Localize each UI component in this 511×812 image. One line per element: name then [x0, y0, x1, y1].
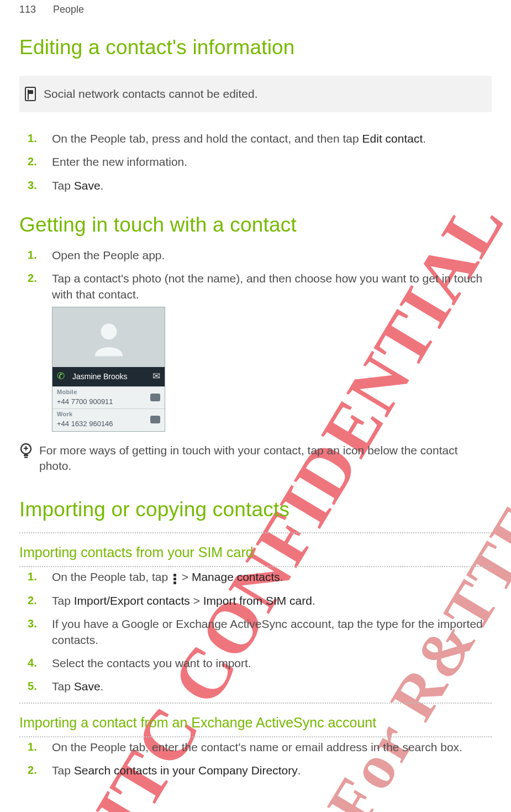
note-box: Social network contacts cannot be edited… [19, 76, 492, 112]
work-label: Work [57, 410, 113, 418]
page-content: 113 People Editing a contact's informati… [0, 0, 511, 805]
page-number: 113 [19, 4, 36, 15]
contact-photo-placeholder [52, 307, 165, 367]
divider [19, 736, 492, 737]
step-item: Tap Save. [50, 679, 491, 694]
step-text: . [101, 680, 104, 693]
flag-icon [25, 87, 36, 101]
step-text: Tap [52, 179, 74, 192]
step-text: Open the People app. [52, 249, 165, 261]
ui-label-edit-contact: Edit contact [362, 132, 423, 145]
step-item: Select the contacts you want to import. [50, 656, 491, 671]
ui-label-manage-contacts: Manage contacts [192, 570, 280, 583]
contact-mobile-row: Mobile +44 7700 900911 [52, 386, 165, 408]
step-item: On the People tab, tap > Manage contacts… [50, 569, 491, 585]
message-icon: ✉ [152, 370, 160, 383]
contact-name-band: ✆ Jasmine Brooks ✉ [52, 367, 165, 386]
step-item: Open the People app. [50, 248, 491, 263]
header-row: 113 People [19, 0, 492, 24]
step-item: Tap Import/Export contacts > Import from… [50, 593, 491, 609]
sms-icon [150, 394, 160, 401]
step-text: . [280, 570, 283, 583]
svg-rect-3 [24, 457, 28, 458]
divider [19, 566, 492, 567]
step-text: If you have a Google or Exchange ActiveS… [52, 617, 483, 646]
step-item: Tap a contact's photo (not the name), an… [50, 271, 491, 431]
step-text: On the People tab, tap [52, 570, 171, 583]
step-text: On the People tab, press and hold the co… [52, 132, 362, 145]
call-icon: ✆ [57, 370, 65, 383]
subheading-activesync-import: Importing a contact from an Exchange Act… [19, 715, 492, 731]
step-text: Tap [52, 764, 74, 777]
note-text: Social network contacts cannot be edited… [44, 87, 258, 101]
tip-text: For more ways of getting in touch with y… [39, 443, 492, 474]
step-item: Tap Save. [50, 178, 491, 193]
mobile-label: Mobile [57, 388, 113, 396]
work-number: +44 1632 960146 [57, 419, 113, 429]
contact-card-screenshot: ✆ Jasmine Brooks ✉ Mobile +44 7700 90091… [52, 307, 165, 432]
step-text: > [178, 570, 192, 583]
person-silhouette-icon [89, 318, 129, 358]
svg-point-0 [101, 324, 117, 340]
subheading-sim-import: Importing contacts from your SIM card [19, 544, 492, 560]
step-text: Enter the new information. [52, 155, 187, 168]
steps-activesync-import: On the People tab, enter the contact's n… [19, 740, 492, 779]
step-item: Enter the new information. [50, 154, 491, 170]
ui-label-search-company-dir: Search contacts in your Company Director… [74, 764, 298, 777]
step-text: Tap [52, 680, 74, 693]
sms-icon [150, 416, 160, 423]
heading-editing-contact: Editing a contact's information [19, 36, 492, 59]
ui-label-save: Save [74, 680, 101, 693]
ui-label-save: Save [74, 179, 101, 192]
steps-sim-import: On the People tab, tap > Manage contacts… [19, 569, 492, 694]
svg-rect-2 [24, 454, 28, 456]
step-item: On the People tab, enter the contact's n… [50, 740, 491, 755]
step-text: On the People tab, enter the contact's n… [52, 741, 462, 753]
lightbulb-icon [19, 443, 33, 460]
step-text: Select the contacts you want to import. [52, 657, 251, 669]
steps-getting-in-touch: Open the People app. Tap a contact's pho… [19, 248, 492, 432]
heading-importing: Importing or copying contacts [19, 498, 492, 521]
step-item: Tap Search contacts in your Company Dire… [50, 763, 491, 778]
steps-editing: On the People tab, press and hold the co… [19, 131, 492, 193]
step-item: On the People tab, press and hold the co… [50, 131, 491, 146]
step-text: . [423, 132, 426, 145]
step-item: If you have a Google or Exchange ActiveS… [50, 616, 491, 648]
ui-label-import-from-sim: Import from SIM card [203, 594, 312, 607]
divider [19, 532, 492, 533]
divider [19, 703, 492, 704]
ui-label-import-export: Import/Export contacts [74, 594, 190, 607]
step-text: Tap [52, 594, 74, 607]
step-text: Tap a contact's photo (not the name), an… [52, 272, 482, 300]
step-text: > [190, 594, 203, 607]
contact-name: Jasmine Brooks [72, 371, 128, 382]
overflow-menu-icon [173, 574, 177, 584]
step-text: . [312, 594, 315, 607]
heading-getting-in-touch: Getting in touch with a contact [19, 213, 492, 237]
step-text: . [298, 764, 301, 777]
step-text: . [101, 179, 104, 192]
tip-box: For more ways of getting in touch with y… [19, 439, 492, 479]
contact-work-row: Work +44 1632 960146 [52, 408, 165, 431]
mobile-number: +44 7700 900911 [57, 397, 113, 407]
section-name: People [53, 4, 84, 15]
